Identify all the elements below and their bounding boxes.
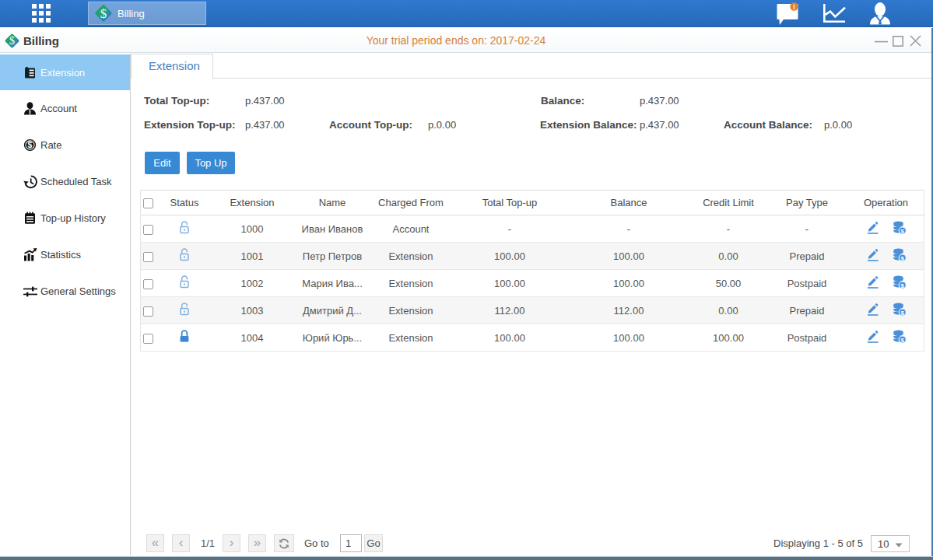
svg-text:$: $ — [28, 140, 33, 149]
svg-text:!: ! — [793, 3, 795, 11]
svg-text:$: $ — [9, 34, 15, 47]
svg-text:$: $ — [100, 6, 107, 21]
